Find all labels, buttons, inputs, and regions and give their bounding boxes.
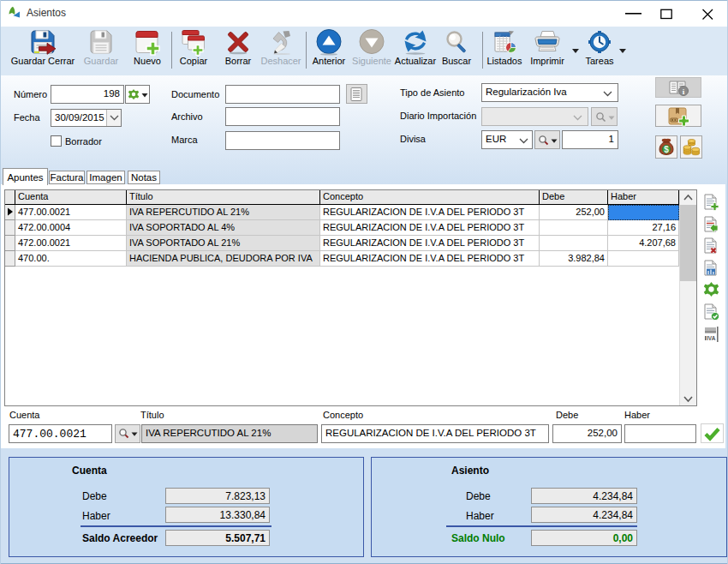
svg-text:IVA: IVA: [707, 335, 716, 341]
svg-text:$: $: [664, 145, 669, 154]
